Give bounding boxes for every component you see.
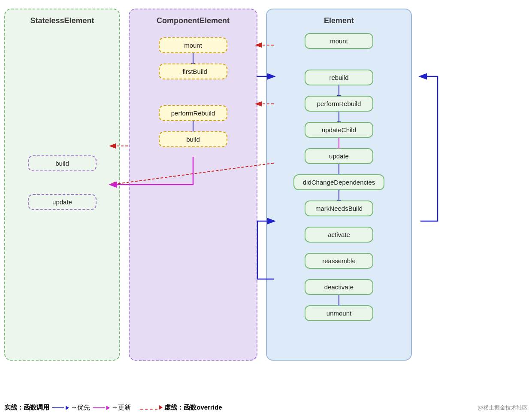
arrow-performrebuild-build — [193, 121, 193, 131]
element-didchange-node: didChangeDependencies — [293, 174, 384, 190]
component-title: ComponentElement — [157, 16, 230, 25]
watermark: @稀土掘金技术社区 — [478, 404, 528, 412]
arrow-didchange-markneedsbuild — [339, 190, 339, 200]
element-updatechild-node: updateChild — [305, 122, 373, 138]
element-deactivate-node: deactivate — [305, 279, 373, 295]
element-nodes: mount rebuild performRebuild updateChild… — [275, 33, 402, 321]
footer: 实线：函数调用 →优先 →更新 虚线：函数override @稀土掘金技术社区 — [4, 404, 528, 412]
element-update-node: update — [305, 148, 373, 164]
panel-component: ComponentElement mount _firstBuild perfo… — [129, 9, 257, 361]
panel-stateless: StatelessElement build update — [4, 9, 120, 361]
element-rebuild-node: rebuild — [305, 70, 373, 85]
arrow-updatechild-update — [339, 138, 339, 148]
legend-purple-arrow — [106, 406, 110, 410]
stateless-build-node: build — [28, 155, 97, 171]
component-build-node: build — [159, 131, 227, 147]
panel-element: Element mount rebuild performRebuild upd… — [266, 9, 412, 361]
diagram-container: StatelessElement build update ComponentE… — [0, 0, 532, 395]
component-firstbuild-node: _firstBuild — [159, 64, 227, 79]
legend-solid-label: 实线：函数调用 — [4, 404, 49, 412]
arrow-markneedsbuild-to-rebuild-loop — [420, 76, 438, 221]
component-mount-node: mount — [159, 37, 227, 53]
legend-update: →更新 — [93, 404, 131, 412]
legend-priority: →优先 — [52, 404, 90, 412]
arrow-deactivate-unmount — [339, 295, 339, 305]
legend-red-line — [140, 409, 157, 410]
element-markneedsbuild-node: markNeedsBuild — [305, 200, 373, 216]
component-firstbuild-wrapper: _firstBuild — [159, 64, 227, 105]
legend-red-arrow — [159, 405, 163, 410]
arrow-update-didchange — [339, 164, 339, 174]
stateless-update-node: update — [28, 194, 97, 210]
legend-dashed-label: 虚线：函数override — [140, 404, 222, 412]
component-performrebuild-wrapper: performRebuild — [159, 105, 227, 131]
legend-purple-line — [93, 407, 105, 408]
arrow-mount-firstbuild — [193, 53, 193, 64]
element-performrebuild-node: performRebuild — [305, 96, 373, 112]
legend-blue-line — [52, 407, 64, 408]
element-title: Element — [324, 16, 354, 25]
component-performrebuild-node: performRebuild — [159, 105, 227, 121]
component-mount-wrapper: mount — [159, 37, 227, 64]
component-build-wrapper: build — [159, 131, 227, 147]
legend-blue-arrow — [66, 406, 69, 410]
arrow-performrebuild-updatechild — [339, 112, 339, 122]
element-mount-node: mount — [305, 33, 373, 49]
element-activate-node: activate — [305, 227, 373, 243]
element-reassemble-node: reassemble — [305, 253, 373, 269]
arrow-rebuild-performrebuild — [339, 85, 339, 96]
stateless-title: StatelessElement — [30, 16, 94, 25]
element-unmount-node: unmount — [305, 305, 373, 321]
